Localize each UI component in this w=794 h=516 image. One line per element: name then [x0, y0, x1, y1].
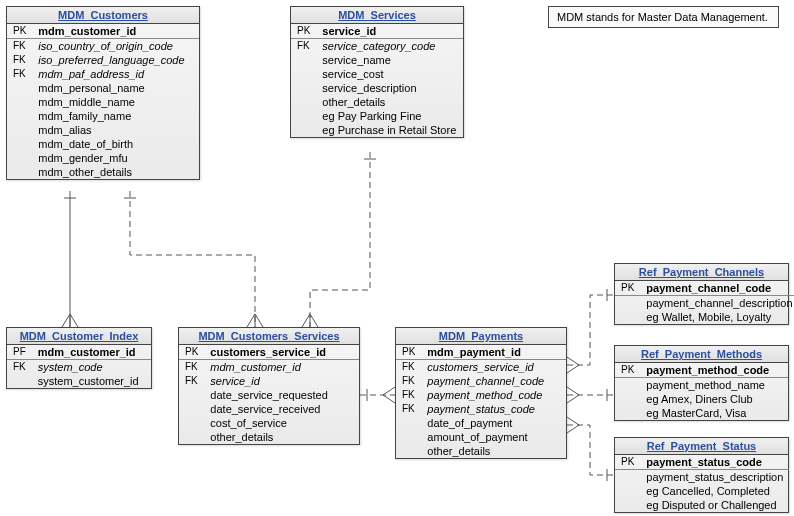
- column-name: system_code: [32, 360, 151, 374]
- entity-body: PKservice_idFKservice_category_codeservi…: [291, 24, 463, 137]
- key-indicator: [179, 430, 204, 444]
- key-indicator: [291, 109, 316, 123]
- key-indicator: [7, 123, 32, 137]
- entity-row: FKservice_category_code: [291, 39, 463, 53]
- key-indicator: PK: [7, 24, 32, 38]
- entity-row: date_service_received: [179, 402, 359, 416]
- entity-row: mdm_alias: [7, 123, 199, 137]
- entity-mdm-customer-index: MDM_Customer_Index PFmdm_customer_idFKsy…: [6, 327, 152, 389]
- entity-row: mdm_date_of_birth: [7, 137, 199, 151]
- column-name: date_service_requested: [204, 388, 359, 402]
- entity-row: PKmdm_customer_id: [7, 24, 199, 38]
- entity-row: amount_of_payment: [396, 430, 566, 444]
- entity-row: PKpayment_method_code: [615, 363, 788, 377]
- column-name: amount_of_payment: [421, 430, 566, 444]
- key-indicator: [291, 81, 316, 95]
- entity-row: FKiso_preferred_language_code: [7, 53, 199, 67]
- column-name: mdm_customer_id: [32, 24, 199, 38]
- key-indicator: FK: [291, 39, 316, 53]
- column-name: eg MasterCard, Visa: [640, 406, 788, 420]
- entity-row: payment_method_name: [615, 378, 788, 392]
- column-name: eg Pay Parking Fine: [316, 109, 463, 123]
- column-name: mdm_paf_address_id: [32, 67, 199, 81]
- key-indicator: [7, 95, 32, 109]
- entity-row: payment_status_description: [615, 470, 789, 484]
- column-name: mdm_customer_id: [204, 360, 359, 374]
- entity-title: Ref_Payment_Channels: [615, 264, 788, 281]
- key-indicator: FK: [179, 374, 204, 388]
- entity-row: FKpayment_channel_code: [396, 374, 566, 388]
- entity-row: mdm_other_details: [7, 165, 199, 179]
- column-name: service_name: [316, 53, 463, 67]
- key-indicator: [615, 310, 640, 324]
- entity-row: eg Wallet, Mobile, Loyalty: [615, 310, 794, 324]
- entity-title: MDM_Customer_Index: [7, 328, 151, 345]
- entity-title: MDM_Payments: [396, 328, 566, 345]
- column-name: payment_channel_code: [421, 374, 566, 388]
- key-indicator: FK: [396, 402, 421, 416]
- note-text: MDM stands for Master Data Management.: [557, 11, 768, 23]
- column-name: service_category_code: [316, 39, 463, 53]
- column-name: iso_preferred_language_code: [32, 53, 199, 67]
- entity-title: MDM_Customers: [7, 7, 199, 24]
- entity-row: PKcustomers_service_id: [179, 345, 359, 359]
- key-indicator: [396, 444, 421, 458]
- key-indicator: [615, 470, 640, 484]
- key-indicator: FK: [396, 374, 421, 388]
- entity-row: FKmdm_customer_id: [179, 360, 359, 374]
- key-indicator: [179, 388, 204, 402]
- column-name: mdm_middle_name: [32, 95, 199, 109]
- key-indicator: FK: [396, 360, 421, 374]
- key-indicator: PK: [396, 345, 421, 359]
- entity-mdm-customers: MDM_Customers PKmdm_customer_idFKiso_cou…: [6, 6, 200, 180]
- column-name: date_of_payment: [421, 416, 566, 430]
- entity-row: FKsystem_code: [7, 360, 151, 374]
- column-name: mdm_alias: [32, 123, 199, 137]
- entity-row: PKservice_id: [291, 24, 463, 38]
- entity-title: Ref_Payment_Status: [615, 438, 788, 455]
- entity-title: Ref_Payment_Methods: [615, 346, 788, 363]
- entity-row: PKpayment_status_code: [615, 455, 789, 469]
- entity-row: mdm_gender_mfu: [7, 151, 199, 165]
- entity-row: eg Purchase in Retail Store: [291, 123, 463, 137]
- column-name: mdm_customer_id: [32, 345, 151, 359]
- key-indicator: FK: [7, 39, 32, 53]
- column-name: date_service_received: [204, 402, 359, 416]
- entity-row: mdm_middle_name: [7, 95, 199, 109]
- entity-row: PKmdm_payment_id: [396, 345, 566, 359]
- column-name: service_cost: [316, 67, 463, 81]
- entity-row: other_details: [291, 95, 463, 109]
- entity-row: PFmdm_customer_id: [7, 345, 151, 359]
- column-name: mdm_date_of_birth: [32, 137, 199, 151]
- key-indicator: [615, 406, 640, 420]
- entity-row: service_description: [291, 81, 463, 95]
- entity-body: PKpayment_method_codepayment_method_name…: [615, 363, 788, 420]
- column-name: mdm_other_details: [32, 165, 199, 179]
- entity-row: FKpayment_status_code: [396, 402, 566, 416]
- entity-row: eg Disputed or Challenged: [615, 498, 789, 512]
- key-indicator: [291, 123, 316, 137]
- column-name: cost_of_service: [204, 416, 359, 430]
- column-name: mdm_personal_name: [32, 81, 199, 95]
- column-name: mdm_family_name: [32, 109, 199, 123]
- key-indicator: FK: [7, 53, 32, 67]
- entity-mdm-payments: MDM_Payments PKmdm_payment_idFKcustomers…: [395, 327, 567, 459]
- key-indicator: FK: [179, 360, 204, 374]
- column-name: payment_status_code: [640, 455, 789, 469]
- key-indicator: PK: [291, 24, 316, 38]
- column-name: payment_method_name: [640, 378, 788, 392]
- column-name: eg Wallet, Mobile, Loyalty: [640, 310, 794, 324]
- key-indicator: PF: [7, 345, 32, 359]
- key-indicator: [291, 53, 316, 67]
- column-name: payment_status_code: [421, 402, 566, 416]
- entity-row: date_of_payment: [396, 416, 566, 430]
- column-name: other_details: [421, 444, 566, 458]
- key-indicator: [615, 484, 640, 498]
- entity-row: service_name: [291, 53, 463, 67]
- key-indicator: [291, 95, 316, 109]
- key-indicator: [396, 430, 421, 444]
- column-name: payment_status_description: [640, 470, 789, 484]
- column-name: eg Disputed or Challenged: [640, 498, 789, 512]
- entity-row: service_cost: [291, 67, 463, 81]
- column-name: service_id: [204, 374, 359, 388]
